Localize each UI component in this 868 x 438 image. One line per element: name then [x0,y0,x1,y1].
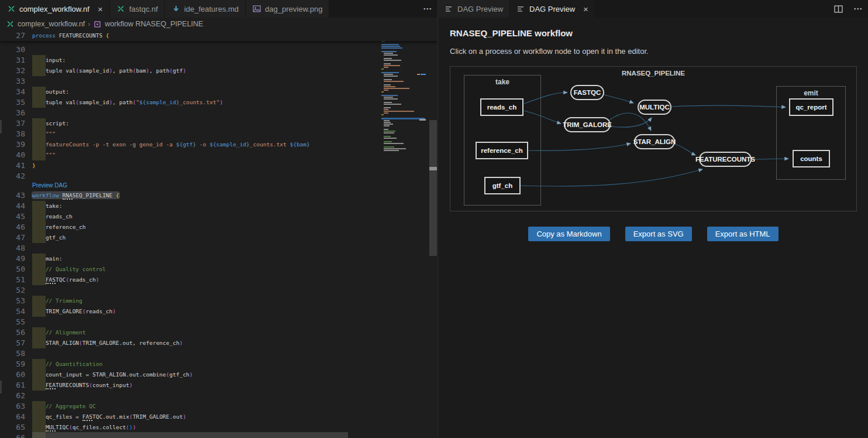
panel-more-actions-icon[interactable]: ⋯ [848,0,868,18]
horizontal-scrollbar-thumb[interactable] [32,432,348,438]
token: featureCounts -p -t exon -g gene_id -a [32,141,176,148]
code-line[interactable]: 61 FEATURECOUNTS(count_input) [0,380,438,391]
code-line[interactable]: 60 count_input = STAR_ALIGN.out.combine(… [0,369,438,380]
line-number: 36 [0,108,25,118]
minimap-line [381,51,397,52]
code-line[interactable]: 38 """ [0,129,438,139]
dag-node-fastqc[interactable]: FASTQC [570,85,604,100]
sticky-line[interactable]: 27process FEATURECOUNTS { [0,30,438,41]
code-line[interactable]: 54 TRIM_GALORE(reads_ch) [0,306,438,317]
dag-edge [671,105,786,107]
dag-node-reference-ch[interactable]: reference_ch [476,142,528,159]
gutter-decoration [0,381,2,393]
code-line[interactable]: 37 script: [0,118,438,129]
dag-node-star-align[interactable]: STAR_ALIGN [634,134,675,149]
code-line[interactable]: 41} [0,160,438,171]
dag-node-featurecounts[interactable]: FEATURECOUNTS [699,152,752,167]
dag-node-trim-galore[interactable]: TRIM_GALORE [564,117,611,132]
code-line[interactable]: 53 // Trimming [0,296,438,306]
tab-dag-preview[interactable]: DAG Preview [438,0,510,18]
code-line[interactable]: 42 [0,171,438,182]
code-line[interactable]: 45 reads_ch [0,211,438,222]
vertical-scrollbar-thumb[interactable] [429,120,437,256]
minimap[interactable] [381,32,428,438]
token: } [32,162,36,169]
code-lines: 3031 input:32 tuple val(sample_id), path… [0,45,438,438]
dag-node-multiqc[interactable]: MULTIQC [638,100,671,115]
code-line[interactable]: 50 // Quality control [0,264,438,275]
code-line[interactable]: 64 qc_files = FASTQC.out.mix(TRIM_GALORE… [0,412,438,422]
dag-node-qc-report[interactable]: qc_report [789,98,833,116]
tab-complex-workflow-nf[interactable]: complex_workflow.nf× [0,0,110,18]
code-line[interactable]: 52 [0,285,438,296]
minimap-line [384,53,393,54]
code-line[interactable]: 62 [0,391,438,401]
tab-ide-features-md[interactable]: ide_features.md [165,0,246,18]
minimap-line [384,79,392,80]
tab-label: complex_workflow.nf [19,5,89,13]
code-editor[interactable]: 27process FEATURECOUNTS { 3031 input:32 … [0,30,438,438]
export-as-html-button[interactable]: Export as HTML [707,227,779,241]
export-as-svg-button[interactable]: Export as SVG [625,227,692,241]
code-line[interactable]: 40 """ [0,150,438,160]
code-line[interactable]: 32 tuple val(sample_id), path(bam), path… [0,66,438,76]
code-line[interactable]: 34 output: [0,87,438,97]
code-line[interactable]: 47 gtf_ch [0,232,438,243]
code-line[interactable]: 36 [0,108,438,118]
token: process [32,32,59,39]
code-line[interactable]: 59 // Quantification [0,359,438,369]
code-line[interactable]: 44 take: [0,201,438,211]
token: reference_ch [32,224,86,230]
tab-dag-preview[interactable]: DAG Preview× [510,0,595,18]
code-line[interactable]: 33 [0,76,438,87]
token: reads_ch [32,213,73,220]
token: _counts.txt" [180,99,220,105]
code-line[interactable]: 48 [0,243,438,254]
code-line[interactable]: 35 tuple val(sample_id), path("${sample_… [0,97,438,108]
line-number: 48 [0,243,25,254]
editor-more-actions-icon[interactable]: ⋯ [418,0,438,18]
code-line[interactable]: 49 main: [0,254,438,264]
token: reads_ch [86,308,113,314]
sticky-scroll-line[interactable]: 27process FEATURECOUNTS { [0,30,438,41]
copy-as-markdown-button[interactable]: Copy as Markdown [528,227,609,241]
code-text: input: [32,55,66,66]
minimap-line [384,132,394,134]
code-line[interactable]: 51 FASTQC(reads_ch) [0,275,438,285]
codelens-preview-dag[interactable]: Preview DAG [0,182,438,190]
token: // Quantification [32,361,102,367]
code-line[interactable]: 65 MULTIQC(qc_files.collect()) [0,422,438,433]
close-icon[interactable]: × [98,5,103,13]
code-line[interactable]: 31 input: [0,55,438,66]
line-number: 45 [0,211,25,222]
minimap-line [381,44,399,45]
code-line[interactable]: 46 reference_ch [0,222,438,232]
code-line[interactable]: 43workflow RNASEQ_PIPELINE { [0,190,438,201]
breadcrumb-item[interactable]: complex_workflow.nf [18,20,85,28]
minimap-line [381,47,402,49]
horizontal-scrollbar[interactable] [0,432,428,438]
code-line[interactable]: 58 [0,348,438,359]
code-line[interactable]: 39 featureCounts -p -t exon -g gene_id -… [0,139,438,150]
tab-fastqc-nf[interactable]: fastqc.nf [110,0,165,18]
minimap-line [384,129,388,130]
breadcrumb[interactable]: complex_workflow.nf›workflow RNASEQ_PIPE… [0,18,438,30]
code-line[interactable]: 30 [0,45,438,55]
breadcrumb-item[interactable]: workflow RNASEQ_PIPELINE [105,20,203,28]
code-line[interactable]: 55 [0,317,438,327]
dag-group-label: take [464,78,540,86]
code-line[interactable]: 57 STAR_ALIGN(TRIM_GALORE.out, reference… [0,338,438,348]
dag-node-gtf-ch[interactable]: gtf_ch [484,177,521,194]
token: count_input [92,382,129,388]
dag-edge [604,95,633,103]
vertical-scrollbar[interactable] [429,30,438,438]
editor-tabbar: complex_workflow.nf×fastqc.nfide_feature… [0,0,438,18]
code-line[interactable]: 63 // Aggregate QC [0,401,438,412]
tab-dag-preview-png[interactable]: dag_preview.png [246,0,329,18]
code-line[interactable]: 56 // Alignment [0,327,438,338]
dag-node-reads-ch[interactable]: reads_ch [480,98,523,116]
close-icon[interactable]: × [583,5,588,13]
code-text: // Aggregate QC [32,401,96,412]
split-editor-icon[interactable] [829,0,848,18]
dag-node-counts[interactable]: counts [793,150,830,167]
